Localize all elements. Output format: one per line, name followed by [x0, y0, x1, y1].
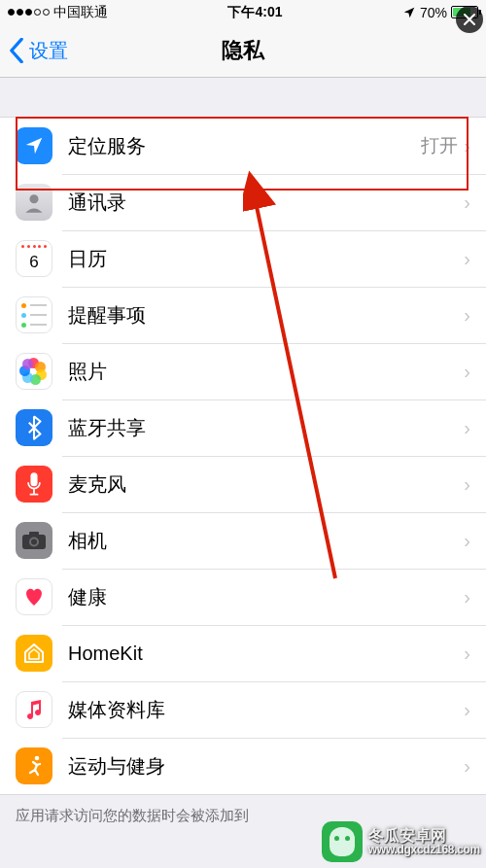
svg-point-5: [31, 539, 37, 545]
location-arrow-icon: [402, 6, 416, 19]
row-label: 日历: [68, 246, 464, 272]
camera-icon: [16, 522, 52, 559]
row-microphone[interactable]: 麦克风 ›: [0, 456, 486, 512]
settings-list: 定位服务 打开 › 通讯录 › 6 日历 ›: [0, 78, 486, 825]
row-motion-fitness[interactable]: 运动与健身 ›: [0, 738, 486, 794]
row-label: 相机: [68, 528, 464, 554]
back-label: 设置: [29, 38, 68, 64]
watermark-logo-icon: [322, 821, 363, 862]
chevron-right-icon: ›: [464, 473, 470, 496]
row-label: 运动与健身: [68, 753, 464, 780]
watermark: 冬瓜安卓网 www.dgxcdz168.com: [322, 821, 480, 862]
chevron-right-icon: ›: [464, 417, 470, 439]
row-location-services[interactable]: 定位服务 打开 ›: [0, 118, 486, 174]
row-label: 健康: [68, 584, 464, 610]
chevron-right-icon: ›: [464, 755, 470, 778]
status-left: 中国联通: [8, 4, 108, 21]
close-icon: [463, 13, 476, 26]
row-label: 定位服务: [68, 133, 421, 159]
row-calendar[interactable]: 6 日历 ›: [0, 230, 486, 287]
clock-label: 下午4:01: [227, 4, 282, 21]
row-camera[interactable]: 相机 ›: [0, 512, 486, 569]
music-note-icon: [16, 691, 52, 728]
row-label: 照片: [68, 359, 464, 385]
chevron-right-icon: ›: [464, 248, 470, 270]
row-label: 媒体资料库: [68, 697, 464, 723]
row-label: 蓝牙共享: [68, 415, 464, 441]
watermark-line2: www.dgxcdz168.com: [368, 844, 480, 856]
microphone-icon: [16, 466, 52, 503]
chevron-right-icon: ›: [464, 135, 470, 157]
row-label: HomeKit: [68, 642, 464, 665]
chevron-left-icon: [8, 38, 25, 63]
row-label: 麦克风: [68, 471, 464, 498]
row-label: 提醒事项: [68, 302, 464, 329]
back-button[interactable]: 设置: [0, 38, 68, 64]
svg-point-6: [35, 756, 40, 761]
location-icon: [16, 127, 52, 164]
svg-rect-3: [29, 532, 39, 537]
svg-rect-1: [30, 472, 37, 486]
reminders-icon: [16, 296, 52, 333]
chevron-right-icon: ›: [464, 530, 470, 552]
homekit-icon: [16, 635, 52, 672]
privacy-group: 定位服务 打开 › 通讯录 › 6 日历 ›: [0, 117, 486, 795]
battery-pct-label: 70%: [420, 5, 447, 20]
row-health[interactable]: 健康 ›: [0, 569, 486, 625]
row-media-library[interactable]: 媒体资料库 ›: [0, 681, 486, 738]
row-reminders[interactable]: 提醒事项 ›: [0, 287, 486, 343]
motion-icon: [16, 747, 52, 784]
row-label: 通讯录: [68, 190, 464, 216]
row-photos[interactable]: 照片 ›: [0, 343, 486, 399]
chevron-right-icon: ›: [464, 699, 470, 721]
health-icon: [16, 578, 52, 615]
row-bluetooth-sharing[interactable]: 蓝牙共享 ›: [0, 399, 486, 456]
watermark-line1: 冬瓜安卓网: [368, 827, 480, 845]
carrier-label: 中国联通: [53, 4, 108, 21]
row-contacts[interactable]: 通讯录 ›: [0, 174, 486, 230]
watermark-text: 冬瓜安卓网 www.dgxcdz168.com: [368, 827, 480, 857]
chevron-right-icon: ›: [464, 304, 470, 327]
bluetooth-icon: [16, 409, 52, 446]
svg-point-0: [29, 194, 38, 203]
page-title: 隐私: [0, 36, 486, 65]
chevron-right-icon: ›: [464, 642, 470, 665]
chevron-right-icon: ›: [464, 586, 470, 608]
row-value: 打开: [421, 133, 458, 158]
nav-bar: 设置 隐私: [0, 24, 486, 78]
status-bar: 中国联通 下午4:01 70%: [0, 0, 486, 24]
chevron-right-icon: ›: [464, 191, 470, 214]
calendar-icon: 6: [16, 240, 52, 277]
chevron-right-icon: ›: [464, 361, 470, 383]
row-homekit[interactable]: HomeKit ›: [0, 625, 486, 681]
contacts-icon: [16, 184, 52, 221]
photos-icon: [16, 353, 52, 390]
close-overlay-button[interactable]: [456, 6, 483, 33]
signal-strength-icon: [8, 9, 50, 16]
